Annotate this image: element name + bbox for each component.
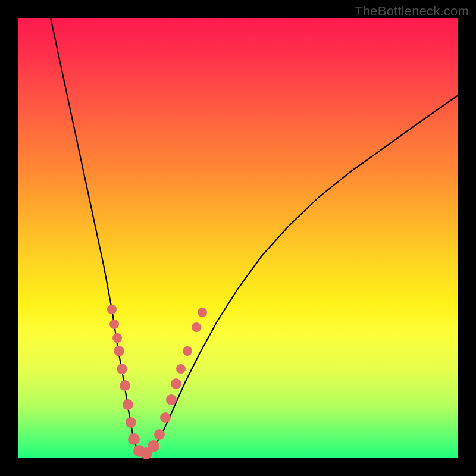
highlight-bead bbox=[114, 346, 124, 356]
highlight-bead bbox=[109, 320, 119, 329]
highlight-bead bbox=[107, 305, 117, 314]
highlight-bead bbox=[148, 440, 159, 452]
highlight-bead bbox=[171, 378, 181, 389]
curve-svg bbox=[18, 18, 458, 458]
highlight-bead bbox=[120, 380, 130, 391]
highlight-bead bbox=[192, 322, 201, 332]
bottleneck-curve bbox=[51, 18, 458, 455]
highlight-bead bbox=[117, 364, 127, 374]
highlight-bead bbox=[198, 308, 207, 317]
outer-frame: TheBottleneck.com bbox=[0, 0, 476, 476]
highlight-bead bbox=[126, 417, 136, 428]
highlight-bead bbox=[166, 394, 177, 405]
highlight-bead bbox=[176, 364, 186, 374]
highlight-beads-group bbox=[107, 305, 207, 459]
highlight-bead bbox=[123, 399, 133, 410]
highlight-bead bbox=[183, 346, 192, 356]
highlight-bead bbox=[160, 412, 171, 423]
watermark-text: TheBottleneck.com bbox=[355, 4, 469, 19]
highlight-bead bbox=[128, 433, 140, 445]
highlight-bead bbox=[112, 333, 122, 343]
plot-area bbox=[18, 18, 458, 458]
highlight-bead bbox=[154, 429, 165, 440]
